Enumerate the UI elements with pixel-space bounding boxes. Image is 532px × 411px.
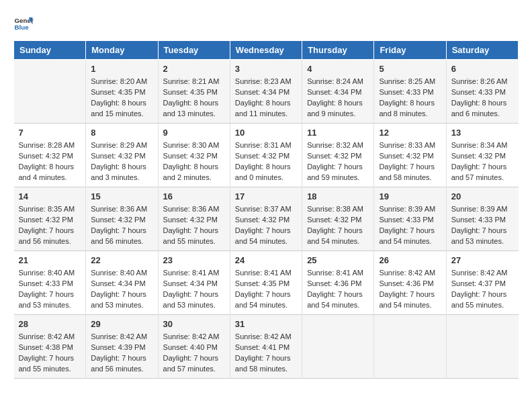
day-number: 18 [307, 191, 369, 203]
calendar-cell: 21Sunrise: 8:40 AM Sunset: 4:33 PM Dayli… [14, 250, 86, 314]
calendar-cell: 10Sunrise: 8:31 AM Sunset: 4:32 PM Dayli… [230, 123, 302, 187]
day-info: Sunrise: 8:42 AM Sunset: 4:36 PM Dayligh… [379, 268, 441, 311]
day-number: 19 [379, 191, 441, 203]
calendar-cell: 13Sunrise: 8:34 AM Sunset: 4:32 PM Dayli… [446, 123, 518, 187]
day-number: 15 [91, 191, 152, 203]
day-info: Sunrise: 8:41 AM Sunset: 4:35 PM Dayligh… [235, 268, 297, 311]
calendar-cell: 23Sunrise: 8:41 AM Sunset: 4:34 PM Dayli… [158, 250, 230, 314]
day-number: 27 [451, 255, 514, 267]
day-number: 28 [19, 318, 81, 330]
header-thursday: Thursday [302, 41, 374, 60]
day-info: Sunrise: 8:42 AM Sunset: 4:38 PM Dayligh… [19, 332, 81, 375]
day-info: Sunrise: 8:23 AM Sunset: 4:34 PM Dayligh… [235, 77, 297, 120]
calendar-cell: 29Sunrise: 8:42 AM Sunset: 4:39 PM Dayli… [86, 314, 158, 378]
day-number: 10 [235, 127, 297, 139]
calendar-cell: 28Sunrise: 8:42 AM Sunset: 4:38 PM Dayli… [14, 314, 86, 378]
day-number: 23 [163, 255, 225, 267]
day-info: Sunrise: 8:26 AM Sunset: 4:33 PM Dayligh… [451, 77, 514, 120]
day-info: Sunrise: 8:42 AM Sunset: 4:37 PM Dayligh… [451, 268, 514, 311]
calendar-cell [14, 60, 86, 124]
day-info: Sunrise: 8:30 AM Sunset: 4:32 PM Dayligh… [163, 140, 225, 183]
day-info: Sunrise: 8:41 AM Sunset: 4:36 PM Dayligh… [307, 268, 369, 311]
day-number: 11 [307, 127, 369, 139]
day-info: Sunrise: 8:35 AM Sunset: 4:32 PM Dayligh… [19, 204, 81, 247]
day-info: Sunrise: 8:37 AM Sunset: 4:32 PM Dayligh… [235, 204, 297, 247]
calendar-cell [302, 314, 374, 378]
day-info: Sunrise: 8:36 AM Sunset: 4:32 PM Dayligh… [91, 204, 152, 247]
day-number: 5 [379, 63, 441, 75]
calendar-cell: 7Sunrise: 8:28 AM Sunset: 4:32 PM Daylig… [14, 123, 86, 187]
day-info: Sunrise: 8:42 AM Sunset: 4:41 PM Dayligh… [235, 332, 297, 375]
calendar-cell: 25Sunrise: 8:41 AM Sunset: 4:36 PM Dayli… [302, 250, 374, 314]
day-number: 24 [235, 255, 297, 267]
logo-icon: General Blue [13, 13, 34, 34]
day-info: Sunrise: 8:36 AM Sunset: 4:32 PM Dayligh… [163, 204, 225, 247]
day-info: Sunrise: 8:34 AM Sunset: 4:32 PM Dayligh… [451, 140, 514, 183]
calendar-cell: 19Sunrise: 8:39 AM Sunset: 4:33 PM Dayli… [374, 187, 446, 250]
day-info: Sunrise: 8:25 AM Sunset: 4:33 PM Dayligh… [379, 77, 441, 120]
day-number: 14 [19, 191, 81, 203]
week-row-3: 14Sunrise: 8:35 AM Sunset: 4:32 PM Dayli… [14, 187, 519, 250]
calendar-cell: 26Sunrise: 8:42 AM Sunset: 4:36 PM Dayli… [374, 250, 446, 314]
day-number: 7 [19, 127, 81, 139]
calendar-cell [374, 314, 446, 378]
day-number: 20 [451, 191, 514, 203]
calendar-cell: 31Sunrise: 8:42 AM Sunset: 4:41 PM Dayli… [230, 314, 302, 378]
header-saturday: Saturday [446, 41, 518, 60]
day-number: 2 [163, 63, 225, 75]
day-number: 22 [91, 255, 152, 267]
day-info: Sunrise: 8:40 AM Sunset: 4:34 PM Dayligh… [91, 268, 152, 311]
calendar-cell: 15Sunrise: 8:36 AM Sunset: 4:32 PM Dayli… [86, 187, 158, 250]
calendar-cell: 2Sunrise: 8:21 AM Sunset: 4:35 PM Daylig… [158, 60, 230, 124]
calendar-cell: 20Sunrise: 8:39 AM Sunset: 4:33 PM Dayli… [446, 187, 518, 250]
day-info: Sunrise: 8:29 AM Sunset: 4:32 PM Dayligh… [91, 140, 152, 183]
day-info: Sunrise: 8:20 AM Sunset: 4:35 PM Dayligh… [91, 77, 152, 120]
calendar-cell: 5Sunrise: 8:25 AM Sunset: 4:33 PM Daylig… [374, 60, 446, 124]
calendar-cell: 9Sunrise: 8:30 AM Sunset: 4:32 PM Daylig… [158, 123, 230, 187]
header-wednesday: Wednesday [230, 41, 302, 60]
day-number: 6 [451, 63, 514, 75]
day-number: 21 [19, 255, 81, 267]
day-number: 16 [163, 191, 225, 203]
day-info: Sunrise: 8:33 AM Sunset: 4:32 PM Dayligh… [379, 140, 441, 183]
day-info: Sunrise: 8:38 AM Sunset: 4:32 PM Dayligh… [307, 204, 369, 247]
header-monday: Monday [86, 41, 158, 60]
day-info: Sunrise: 8:40 AM Sunset: 4:33 PM Dayligh… [19, 268, 81, 311]
day-number: 17 [235, 191, 297, 203]
day-info: Sunrise: 8:21 AM Sunset: 4:35 PM Dayligh… [163, 77, 225, 120]
calendar-cell: 12Sunrise: 8:33 AM Sunset: 4:32 PM Dayli… [374, 123, 446, 187]
day-number: 31 [235, 318, 297, 330]
day-info: Sunrise: 8:31 AM Sunset: 4:32 PM Dayligh… [235, 140, 297, 183]
day-number: 25 [307, 255, 369, 267]
day-info: Sunrise: 8:32 AM Sunset: 4:32 PM Dayligh… [307, 140, 369, 183]
page-header: General Blue [13, 13, 519, 34]
calendar-cell: 24Sunrise: 8:41 AM Sunset: 4:35 PM Dayli… [230, 250, 302, 314]
logo: General Blue [13, 13, 34, 34]
day-number: 3 [235, 63, 297, 75]
calendar-cell: 16Sunrise: 8:36 AM Sunset: 4:32 PM Dayli… [158, 187, 230, 250]
day-info: Sunrise: 8:28 AM Sunset: 4:32 PM Dayligh… [19, 140, 81, 183]
calendar-cell: 4Sunrise: 8:24 AM Sunset: 4:34 PM Daylig… [302, 60, 374, 124]
header-sunday: Sunday [14, 41, 86, 60]
calendar-cell [446, 314, 518, 378]
calendar-cell: 1Sunrise: 8:20 AM Sunset: 4:35 PM Daylig… [86, 60, 158, 124]
calendar-cell: 17Sunrise: 8:37 AM Sunset: 4:32 PM Dayli… [230, 187, 302, 250]
day-number: 1 [91, 63, 152, 75]
day-number: 4 [307, 63, 369, 75]
calendar-header-row: SundayMondayTuesdayWednesdayThursdayFrid… [14, 41, 519, 60]
day-info: Sunrise: 8:41 AM Sunset: 4:34 PM Dayligh… [163, 268, 225, 311]
day-number: 30 [163, 318, 225, 330]
day-number: 29 [91, 318, 152, 330]
calendar-cell: 6Sunrise: 8:26 AM Sunset: 4:33 PM Daylig… [446, 60, 518, 124]
calendar-cell: 30Sunrise: 8:42 AM Sunset: 4:40 PM Dayli… [158, 314, 230, 378]
day-info: Sunrise: 8:24 AM Sunset: 4:34 PM Dayligh… [307, 77, 369, 120]
day-info: Sunrise: 8:39 AM Sunset: 4:33 PM Dayligh… [379, 204, 441, 247]
svg-text:Blue: Blue [15, 24, 30, 31]
calendar-cell: 27Sunrise: 8:42 AM Sunset: 4:37 PM Dayli… [446, 250, 518, 314]
calendar-cell: 8Sunrise: 8:29 AM Sunset: 4:32 PM Daylig… [86, 123, 158, 187]
calendar-cell: 14Sunrise: 8:35 AM Sunset: 4:32 PM Dayli… [14, 187, 86, 250]
day-number: 8 [91, 127, 152, 139]
week-row-2: 7Sunrise: 8:28 AM Sunset: 4:32 PM Daylig… [14, 123, 519, 187]
day-info: Sunrise: 8:42 AM Sunset: 4:39 PM Dayligh… [91, 332, 152, 375]
week-row-4: 21Sunrise: 8:40 AM Sunset: 4:33 PM Dayli… [14, 250, 519, 314]
